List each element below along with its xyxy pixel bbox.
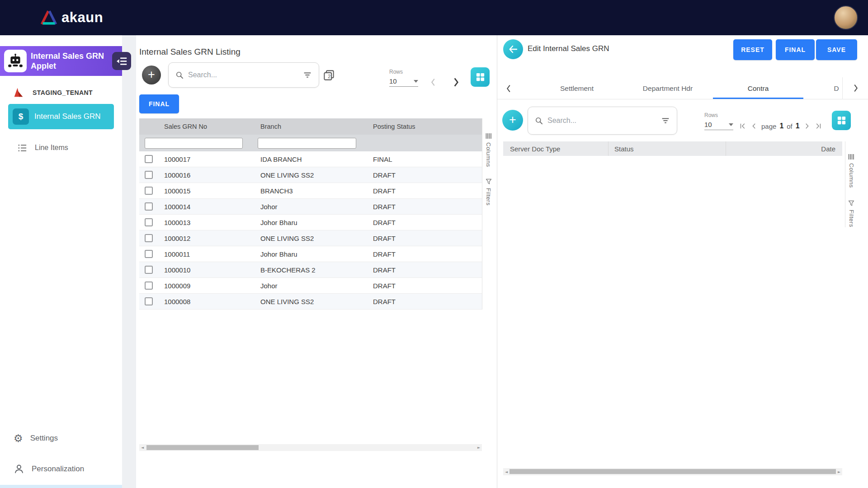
cell-grn-no: 1000010 bbox=[164, 266, 252, 274]
row-checkbox[interactable] bbox=[145, 171, 153, 179]
cell-grn-no: 1000017 bbox=[164, 155, 252, 163]
prev-page-button[interactable] bbox=[428, 77, 438, 87]
row-checkbox[interactable] bbox=[145, 250, 153, 258]
sidebar-item-line-items[interactable]: Line Items bbox=[0, 138, 122, 157]
tenant-item[interactable]: STAGING_TENANT bbox=[0, 83, 122, 103]
final-button[interactable]: FINAL bbox=[139, 94, 179, 113]
filters-toggle[interactable]: Filters bbox=[482, 178, 495, 206]
columns-toggle[interactable]: Columns bbox=[482, 133, 495, 167]
scroll-right-arrow-icon[interactable]: ► bbox=[476, 444, 482, 451]
scroll-right-arrow-icon[interactable]: ► bbox=[836, 468, 842, 475]
add-record-button[interactable]: + bbox=[142, 66, 161, 84]
add-line-button[interactable]: + bbox=[502, 110, 523, 131]
tabs-scroll-right-button[interactable] bbox=[851, 83, 861, 93]
last-page-button[interactable] bbox=[814, 122, 822, 130]
active-tab-indicator bbox=[713, 98, 803, 99]
filter-funnel-icon bbox=[848, 200, 854, 206]
cell-status: DRAFT bbox=[365, 171, 482, 179]
sidebar: Internal Sales GRN Applet STAGING_TENANT… bbox=[0, 35, 122, 488]
filter-input-sales-grn-no[interactable] bbox=[145, 138, 243, 149]
cell-grn-no: 1000014 bbox=[164, 203, 252, 211]
final-button[interactable]: FINAL bbox=[776, 39, 815, 60]
rows-value: 10 bbox=[704, 121, 712, 128]
scroll-left-arrow-icon[interactable]: ◄ bbox=[139, 444, 146, 451]
scrollbar-thumb[interactable] bbox=[509, 469, 836, 474]
table-row[interactable]: 1000011Johor BharuDRAFT bbox=[139, 246, 482, 262]
cell-branch: IDA BRANCH bbox=[252, 155, 365, 163]
collapse-sidebar-button[interactable] bbox=[112, 52, 131, 70]
editor-table-header: Server Doc Type Status Date bbox=[503, 141, 842, 156]
cell-branch: ONE LIVING SS2 bbox=[252, 235, 365, 242]
table-row[interactable]: 1000016ONE LIVING SS2DRAFT bbox=[139, 167, 482, 183]
listing-page-title: Internal Sales GRN Listing bbox=[139, 47, 241, 57]
row-checkbox[interactable] bbox=[145, 155, 153, 163]
table-row[interactable]: 1000012ONE LIVING SS2DRAFT bbox=[139, 230, 482, 246]
cell-status: FINAL bbox=[365, 155, 482, 163]
grid-view-button[interactable] bbox=[471, 67, 490, 87]
save-button[interactable]: SAVE bbox=[816, 39, 857, 60]
grid-view-button[interactable] bbox=[832, 111, 851, 130]
list-icon bbox=[17, 143, 28, 153]
row-checkbox[interactable] bbox=[145, 218, 153, 226]
tabs-scroll-left-button[interactable] bbox=[504, 84, 514, 94]
row-checkbox[interactable] bbox=[145, 202, 153, 211]
cell-status: DRAFT bbox=[365, 235, 482, 242]
sidebar-bottom-indicator bbox=[0, 485, 122, 488]
duplicate-pages-button[interactable]: 2 bbox=[323, 69, 335, 81]
filter-input-branch[interactable] bbox=[258, 138, 356, 149]
tab-settlement[interactable]: Settlement bbox=[532, 77, 622, 99]
scrollbar-thumb[interactable] bbox=[146, 445, 259, 450]
next-page-button[interactable] bbox=[803, 122, 811, 130]
row-checkbox[interactable] bbox=[145, 234, 153, 242]
rows-per-page-select[interactable]: Rows 10 bbox=[389, 69, 418, 87]
grid-icon bbox=[836, 115, 847, 126]
table-row[interactable]: 1000017IDA BRANCHFINAL bbox=[139, 151, 482, 167]
column-header-date[interactable]: Date bbox=[726, 141, 842, 156]
listing-table-body: 1000017IDA BRANCHFINAL 1000016ONE LIVING… bbox=[139, 151, 482, 310]
robot-icon bbox=[4, 50, 27, 72]
table-row[interactable]: 1000010B-EKOCHERAS 2DRAFT bbox=[139, 262, 482, 278]
user-avatar[interactable] bbox=[834, 5, 858, 30]
tab-contra[interactable]: Contra bbox=[713, 77, 803, 99]
row-checkbox[interactable] bbox=[145, 187, 153, 195]
filter-list-icon[interactable] bbox=[302, 70, 312, 80]
row-checkbox[interactable] bbox=[145, 297, 153, 305]
sidebar-item-settings[interactable]: ⚙ Settings bbox=[0, 429, 122, 447]
cell-status: DRAFT bbox=[365, 298, 482, 305]
table-row[interactable]: 1000009JohorDRAFT bbox=[139, 278, 482, 294]
row-checkbox[interactable] bbox=[145, 266, 153, 274]
editor-search-input[interactable] bbox=[547, 117, 656, 125]
table-row[interactable]: 1000014JohorDRAFT bbox=[139, 199, 482, 215]
first-page-button[interactable] bbox=[739, 122, 747, 130]
grid-icon bbox=[475, 72, 486, 82]
cell-grn-no: 1000016 bbox=[164, 171, 252, 179]
table-row[interactable]: 1000008ONE LIVING SS2DRAFT bbox=[139, 294, 482, 310]
listing-search-input[interactable] bbox=[188, 71, 298, 79]
sidebar-item-internal-sales-grn[interactable]: $ Internal Sales GRN bbox=[8, 104, 114, 129]
scroll-left-arrow-icon[interactable]: ◄ bbox=[503, 468, 509, 475]
columns-toggle[interactable]: Columns bbox=[845, 154, 857, 188]
back-button[interactable] bbox=[503, 39, 523, 59]
prev-page-button[interactable] bbox=[750, 122, 758, 130]
table-row[interactable]: 1000013Johor BharuDRAFT bbox=[139, 215, 482, 230]
column-header-server-doc-type[interactable]: Server Doc Type bbox=[503, 145, 608, 153]
pagination: page 1 of 1 bbox=[739, 119, 822, 133]
column-header-sales-grn-no[interactable]: Sales GRN No bbox=[139, 123, 252, 130]
rows-per-page-select[interactable]: Rows 10 bbox=[704, 112, 733, 130]
table-row[interactable]: 1000015BRANCH3DRAFT bbox=[139, 183, 482, 199]
horizontal-scrollbar[interactable]: ◄ ► bbox=[139, 444, 482, 451]
cell-status: DRAFT bbox=[365, 266, 482, 274]
horizontal-scrollbar[interactable]: ◄ ► bbox=[503, 468, 842, 475]
row-checkbox[interactable] bbox=[145, 282, 153, 290]
cell-status: DRAFT bbox=[365, 282, 482, 290]
next-page-button[interactable] bbox=[450, 76, 462, 88]
column-header-branch[interactable]: Branch bbox=[252, 123, 365, 130]
tab-department-hdr[interactable]: Department Hdr bbox=[623, 77, 713, 99]
column-header-status[interactable]: Status bbox=[608, 141, 726, 156]
filter-list-icon[interactable] bbox=[660, 116, 670, 126]
reset-button[interactable]: RESET bbox=[733, 39, 772, 60]
sidebar-item-personalization[interactable]: Personalization bbox=[0, 460, 122, 478]
filters-toggle[interactable]: Filters bbox=[845, 200, 857, 227]
listing-table: Sales GRN No Branch Posting Status 10000… bbox=[139, 118, 482, 310]
column-header-posting-status[interactable]: Posting Status bbox=[365, 123, 482, 130]
